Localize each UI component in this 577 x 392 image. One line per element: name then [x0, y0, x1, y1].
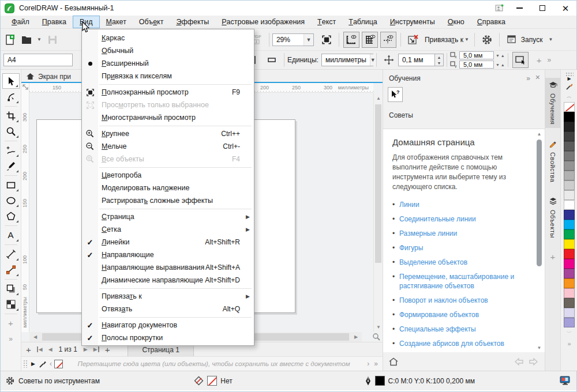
menubar-item-9[interactable]: Инструменты	[384, 16, 441, 28]
rect-tool[interactable]	[2, 177, 20, 193]
shape-tool[interactable]	[2, 89, 20, 104]
nudge-spinner[interactable]: ▲▼	[435, 54, 444, 66]
polygon-tool[interactable]	[2, 208, 20, 224]
hint-link-2[interactable]: Размерные линии	[399, 229, 457, 238]
duplicate-x-field[interactable]: 5,0 мм	[459, 51, 494, 59]
hint-link-7[interactable]: Формирование объектов	[399, 311, 479, 319]
hint-link-9[interactable]: Создание абрисов для объектов	[399, 340, 504, 348]
options-gear-icon[interactable]	[479, 32, 495, 48]
swatch-a59fd9[interactable]	[564, 318, 575, 327]
swatch-ffffff[interactable]	[564, 200, 575, 210]
swatch-000000[interactable]	[564, 112, 575, 122]
dimension-tool[interactable]	[2, 246, 20, 262]
palette-scroll-left-icon[interactable]: ‹	[50, 360, 52, 368]
snapping-off-icon[interactable]	[405, 32, 421, 48]
transparency-tool[interactable]	[2, 296, 20, 312]
menubar-item-7[interactable]: Текст	[311, 16, 342, 28]
color-palette-grip[interactable]	[565, 72, 574, 76]
brush-tool[interactable]	[2, 158, 20, 174]
view-menu-item-22[interactable]: Динамические направляющиеAlt+Shift+D	[82, 274, 254, 287]
hint-link-8[interactable]: Специальные эффекты	[399, 325, 476, 333]
nudge-distance-field[interactable]: 0,1 мм	[398, 54, 435, 66]
maximize-button[interactable]	[535, 2, 550, 14]
swatch-a54499[interactable]	[564, 269, 575, 278]
duplicate-y-field[interactable]: 5,0 мм	[459, 61, 494, 69]
toggle-guidelines-button[interactable]	[380, 32, 396, 48]
page-size-combo[interactable]: A4	[3, 54, 73, 66]
zoom-fit-icon[interactable]	[371, 332, 381, 342]
swatch-dcd9f0[interactable]	[564, 308, 575, 318]
ruler-origin-icon[interactable]	[21, 83, 29, 93]
no-color-swatch[interactable]	[54, 360, 63, 368]
swatch-00a651[interactable]	[564, 229, 575, 239]
swatch-3f3f3f[interactable]	[564, 131, 575, 141]
swatch-ed1c24[interactable]	[564, 249, 575, 259]
swatch-ec008c[interactable]	[564, 259, 575, 269]
menubar-item-4[interactable]: Объект	[133, 16, 170, 28]
toolbox-more-icon[interactable]: »	[2, 331, 20, 346]
palette-scroll-down-icon[interactable]: ﹀	[561, 329, 577, 337]
toggle-rulers-button[interactable]	[343, 32, 359, 48]
outline-pen-icon[interactable]	[365, 376, 372, 386]
zoom-tool[interactable]	[2, 123, 20, 139]
menubar-item-0[interactable]: Файл	[5, 16, 36, 28]
view-menu-item-2[interactable]: Расширенный	[82, 57, 254, 70]
docker-scrollbar[interactable]: ▲ ▼	[535, 130, 543, 351]
freehand-tool[interactable]	[2, 142, 20, 158]
hint-link-0[interactable]: Линии	[399, 201, 419, 209]
docker-tab-1[interactable]: Свойства	[545, 136, 560, 186]
color-palette-flyout-icon[interactable]: ▶	[561, 76, 577, 81]
swatch-6b645c[interactable]	[564, 298, 575, 308]
add-page-button-2[interactable]: +	[105, 345, 110, 355]
view-menu-item-17[interactable]: Страница▶	[82, 210, 254, 223]
vertical-scrollbar[interactable]: ▲ ▼	[373, 93, 383, 332]
menubar-item-3[interactable]: Макет	[100, 16, 133, 28]
swatch-f7941d[interactable]	[564, 278, 575, 288]
hint-link-4[interactable]: Выделение объектов	[399, 258, 467, 266]
swatch-949494[interactable]	[564, 161, 575, 171]
swatch-787878[interactable]	[564, 151, 575, 161]
hint-link-3[interactable]: Фигуры	[399, 244, 423, 252]
dup-x-spinner[interactable]: ▼ ▲	[496, 54, 505, 58]
fullscreen-preview-button[interactable]	[319, 32, 335, 48]
home-tab-icon[interactable]	[26, 73, 35, 80]
view-menu-item-25[interactable]: ОтвязатьAlt+Q	[82, 303, 254, 315]
swatch-00aeef[interactable]	[564, 220, 575, 229]
launch-dropdown-icon[interactable]: ▼	[548, 37, 553, 42]
first-page-button[interactable]: ◀	[37, 346, 43, 352]
hint-link-6[interactable]: Поворот и наклон объектов	[399, 296, 488, 304]
connector-tool[interactable]	[2, 262, 20, 277]
docker-tab-0[interactable]: Обучения	[545, 78, 560, 128]
menubar-item-6[interactable]: Растровые изображения	[215, 16, 311, 28]
swatch-b1b1b1[interactable]	[564, 171, 575, 180]
launcher-icon[interactable]	[504, 32, 520, 48]
pick-tool[interactable]	[2, 73, 20, 89]
swatch-fbc5d0[interactable]	[564, 288, 575, 298]
snap-to-label[interactable]: Привязать к	[425, 36, 463, 44]
view-menu-item-0[interactable]: Каркас	[82, 32, 254, 44]
hint-link-5[interactable]: Перемещение, масштабирование и растягива…	[399, 273, 514, 290]
propbar-overflow-more[interactable]: »	[547, 56, 551, 64]
view-menu-item-18[interactable]: Сетка▶	[82, 223, 254, 236]
save-icon[interactable]	[44, 32, 61, 48]
hints-home-icon[interactable]	[388, 357, 399, 367]
view-menu-item-1[interactable]: Обычный	[82, 44, 254, 57]
swatch-2e3192[interactable]	[564, 210, 575, 220]
hints-forward-icon[interactable]	[528, 357, 539, 367]
eyedropper-icon[interactable]	[39, 360, 47, 368]
crop-tool[interactable]	[2, 108, 20, 123]
outline-color-swatch[interactable]	[375, 376, 385, 386]
view-menu-item-10[interactable]: МельчеCtrl+-	[82, 140, 254, 153]
add-page-button[interactable]: +	[26, 345, 31, 355]
menubar-item-11[interactable]: Справка	[471, 16, 512, 28]
fill-none-swatch[interactable]	[207, 376, 217, 386]
view-menu-item-21[interactable]: Направляющие выравниванияAlt+Shift+A	[82, 261, 254, 274]
minimize-button[interactable]	[512, 2, 527, 14]
view-menu-item-27[interactable]: ✓Навигатор документов	[82, 319, 254, 331]
fill-indicator-icon[interactable]	[194, 376, 204, 386]
hint-tool-button[interactable]: ?	[388, 87, 403, 102]
hints-back-icon[interactable]	[514, 357, 524, 367]
units-combo[interactable]: миллиметры▼	[321, 54, 373, 66]
palette-scroll-right-icon[interactable]: ›	[367, 360, 369, 368]
swatch-none[interactable]	[564, 102, 575, 112]
